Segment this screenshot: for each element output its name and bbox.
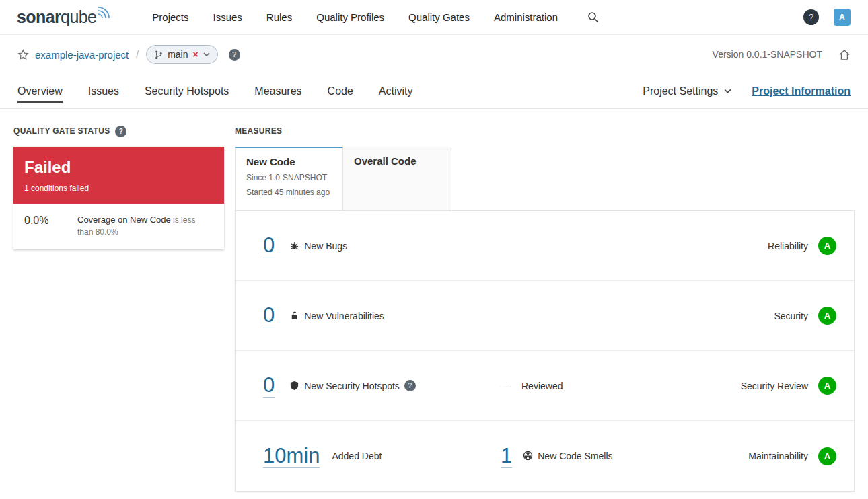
reliability-rating-badge: A <box>818 237 836 255</box>
nav-item-administration[interactable]: Administration <box>494 11 558 23</box>
new-hotspots-meta: New Security Hotspots ? <box>289 380 416 391</box>
sonarqube-logo[interactable]: sonarqube <box>17 9 112 26</box>
reliability-rating-group: Reliability A <box>768 237 836 255</box>
security-rating-badge: A <box>818 307 836 325</box>
code-smell-icon <box>523 451 533 461</box>
code-smells-meta: New Code Smells <box>523 451 612 461</box>
maintainability-label: Maintainability <box>748 451 808 461</box>
chevron-down-icon <box>203 52 210 56</box>
measures-title: MEASURES <box>235 126 282 136</box>
measures-heading: MEASURES <box>235 125 855 137</box>
quality-gate-card: Failed 1 conditions failed 0.0% Coverage… <box>13 147 224 250</box>
security-review-label: Security Review <box>741 381 808 391</box>
quality-gate-section: QUALITY GATE STATUS ? Failed 1 condition… <box>13 122 224 250</box>
maintainability-rating-badge: A <box>818 447 836 465</box>
new-code-smells-count[interactable]: 1 <box>501 444 512 469</box>
new-code-smells-label: New Code Smells <box>538 451 612 461</box>
security-review-rating-badge: A <box>818 377 836 395</box>
nav-item-quality-gates[interactable]: Quality Gates <box>408 11 470 23</box>
security-label: Security <box>774 311 808 321</box>
breadcrumb-right: Version 0.0.1-SNAPSHOT <box>713 49 851 61</box>
measure-row-bugs: 0 New Bugs Reliability A <box>236 211 854 281</box>
breadcrumb-bar: example-java-project / main × ? Version … <box>0 35 868 74</box>
quality-gate-status-banner: Failed 1 conditions failed <box>13 147 224 204</box>
condition-description: Coverage on New Code is less than 80.0% <box>77 214 213 238</box>
tab-new-code[interactable]: New Code Since 1.0-SNAPSHOT Started 45 m… <box>235 147 343 210</box>
quality-gate-heading: QUALITY GATE STATUS ? <box>13 125 224 137</box>
reviewed-value: — <box>501 380 511 391</box>
reviewed-label: Reviewed <box>521 381 563 391</box>
added-debt-value[interactable]: 10min <box>263 444 320 469</box>
quality-gate-condition-row[interactable]: 0.0% Coverage on New Code is less than 8… <box>13 204 224 250</box>
project-settings-menu[interactable]: Project Settings <box>643 85 731 98</box>
breadcrumb-separator: / <box>136 49 139 60</box>
new-bugs-label: New Bugs <box>304 241 347 252</box>
new-hotspots-label: New Security Hotspots <box>304 381 400 391</box>
reliability-label: Reliability <box>768 241 808 252</box>
project-tabbar: Overview Issues Security Hotspots Measur… <box>0 74 868 109</box>
measures-section: MEASURES New Code Since 1.0-SNAPSHOT Sta… <box>235 122 855 499</box>
added-debt-label: Added Debt <box>332 451 382 461</box>
navbar-right: ? A <box>803 9 851 26</box>
new-vulnerabilities-label: New Vulnerabilities <box>304 311 384 321</box>
bug-icon <box>289 241 299 251</box>
condition-value[interactable]: 0.0% <box>24 214 67 227</box>
quality-gate-failed-icon: × <box>192 50 198 59</box>
open-lock-icon <box>289 311 299 321</box>
hotspots-reviewed-group: — Reviewed <box>501 380 563 391</box>
chevron-down-icon <box>724 89 731 93</box>
project-settings-label: Project Settings <box>643 85 718 98</box>
home-icon[interactable] <box>838 49 851 61</box>
tab-measures[interactable]: Measures <box>254 80 301 103</box>
tab-issues[interactable]: Issues <box>88 80 119 103</box>
overall-code-tab-label: Overall Code <box>354 155 440 167</box>
user-avatar[interactable]: A <box>834 9 851 26</box>
new-bugs-meta: New Bugs <box>289 241 347 252</box>
top-navbar: sonarqube Projects Issues Rules Quality … <box>0 0 868 35</box>
quality-gate-conditions-summary: 1 conditions failed <box>24 184 213 193</box>
security-rating-group: Security A <box>774 307 836 325</box>
search-icon <box>587 11 599 23</box>
new-vulnerabilities-count[interactable]: 0 <box>263 303 275 328</box>
logo-swoosh-icon <box>98 6 112 18</box>
new-code-started: Started 45 minutes ago <box>246 188 332 197</box>
branch-help-button[interactable]: ? <box>229 49 240 61</box>
nav-item-projects[interactable]: Projects <box>152 11 188 23</box>
favorite-star-icon[interactable] <box>17 49 29 61</box>
question-icon: ? <box>809 12 813 22</box>
measure-row-maintainability: 10min Added Debt 1 New Code Smells <box>236 421 854 491</box>
breadcrumb-project-link[interactable]: example-java-project <box>35 49 129 61</box>
new-hotspots-count[interactable]: 0 <box>263 373 275 398</box>
search-button[interactable] <box>585 9 602 26</box>
quality-gate-help-icon[interactable]: ? <box>115 126 126 137</box>
nav-item-quality-profiles[interactable]: Quality Profiles <box>316 11 384 23</box>
tab-activity[interactable]: Activity <box>379 80 413 103</box>
tab-code[interactable]: Code <box>328 80 353 103</box>
tab-overview[interactable]: Overview <box>17 80 63 103</box>
branch-icon <box>154 50 163 60</box>
hotspots-help-icon[interactable]: ? <box>404 380 416 391</box>
maintainability-rating-group: Maintainability A <box>748 447 836 465</box>
quality-gate-title: QUALITY GATE STATUS <box>13 126 110 136</box>
main-navigation: Projects Issues Rules Quality Profiles Q… <box>152 11 558 23</box>
measures-tabs: New Code Since 1.0-SNAPSHOT Started 45 m… <box>235 147 855 210</box>
version-label: Version 0.0.1-SNAPSHOT <box>713 49 822 60</box>
code-smells-group: 1 New Code Smells <box>501 444 613 469</box>
new-code-tab-label: New Code <box>246 156 332 167</box>
tab-security-hotspots[interactable]: Security Hotspots <box>145 80 229 103</box>
branch-name: main <box>168 49 188 60</box>
help-button[interactable]: ? <box>803 9 819 25</box>
new-vulnerabilities-meta: New Vulnerabilities <box>289 311 384 321</box>
new-code-since: Since 1.0-SNAPSHOT <box>246 173 332 182</box>
tab-overall-code[interactable]: Overall Code <box>343 147 451 210</box>
logo-text: sonarqube <box>17 9 96 26</box>
branch-selector[interactable]: main × <box>146 45 218 64</box>
condition-metric: Coverage on New Code <box>77 215 171 225</box>
project-information-link[interactable]: Project Information <box>752 85 851 98</box>
overview-content: QUALITY GATE STATUS ? Failed 1 condition… <box>0 109 868 499</box>
nav-item-issues[interactable]: Issues <box>213 11 242 23</box>
measures-panel: 0 New Bugs Reliability A 0 <box>235 210 855 492</box>
nav-item-rules[interactable]: Rules <box>266 11 292 23</box>
tabbar-right: Project Settings Project Information <box>643 85 851 98</box>
new-bugs-count[interactable]: 0 <box>263 233 275 258</box>
